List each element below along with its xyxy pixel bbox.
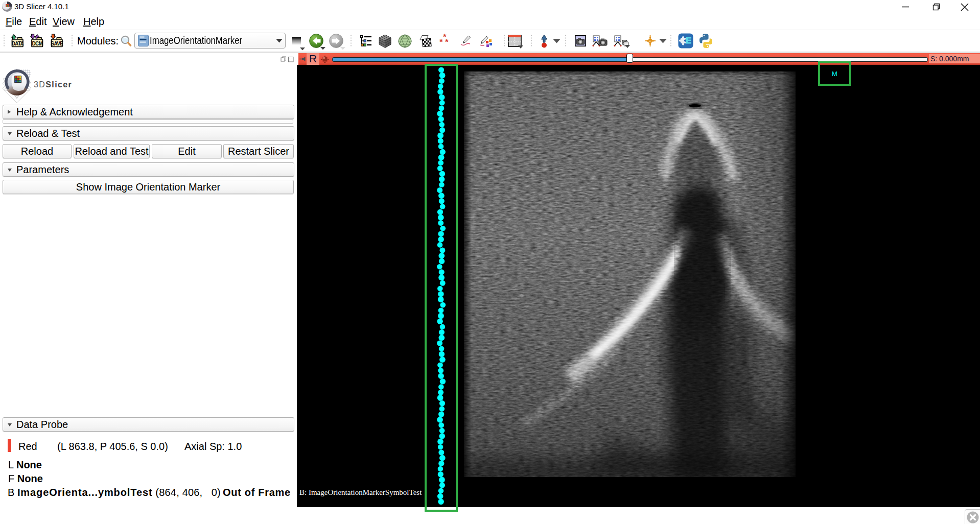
- svg-text:DATA: DATA: [12, 41, 24, 46]
- svg-text:SAVE: SAVE: [51, 41, 63, 46]
- svg-text:3DSlicer: 3DSlicer: [34, 80, 72, 89]
- svg-text:DCM: DCM: [32, 41, 42, 46]
